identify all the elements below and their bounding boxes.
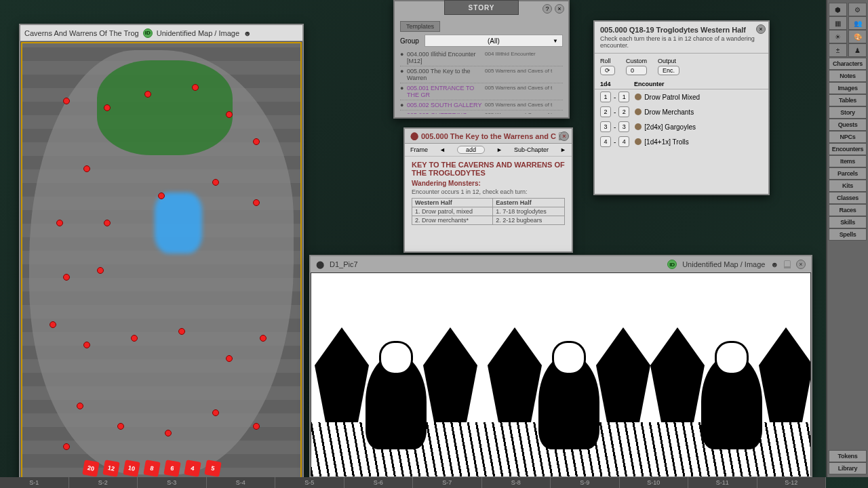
link-icon[interactable]: ⬤ xyxy=(410,131,418,140)
lock-icon[interactable] xyxy=(784,260,791,268)
map-pin[interactable] xyxy=(212,409,219,416)
story-title-tab[interactable]: STORY xyxy=(444,0,519,15)
map-title-right: Unidentified Map / Image xyxy=(157,29,239,37)
story-list-row[interactable]: ●005.000 The Key to the Warren005 Warren… xyxy=(400,66,563,83)
die-d4[interactable]: 4 xyxy=(184,460,201,476)
map-pin[interactable] xyxy=(63,98,70,104)
palette-icon[interactable]: 🎨 xyxy=(848,30,867,43)
map-pin[interactable] xyxy=(50,321,56,328)
sidebar-tab-spells[interactable]: Spells xyxy=(829,228,867,241)
map-title-bar[interactable]: Caverns And Warrens Of The Trog ID Unide… xyxy=(20,25,302,41)
add-button[interactable]: add xyxy=(457,146,485,154)
story-list-row[interactable]: ●005.002 SOUTH GALLERY005 Warrens and Ca… xyxy=(400,100,563,110)
die-d12[interactable]: 12 xyxy=(102,460,119,476)
close-icon[interactable]: × xyxy=(555,4,564,14)
sidebar-tab-items[interactable]: Items xyxy=(829,155,867,167)
story-list-row[interactable]: ●004.000 Illithid Encounter [M12]004 Ill… xyxy=(400,49,563,66)
map-pin[interactable] xyxy=(192,84,199,91)
sidebar-tab-skills[interactable]: Skills xyxy=(829,216,867,228)
close-icon[interactable]: × xyxy=(756,24,766,34)
id-badge-icon[interactable]: ID xyxy=(143,28,153,38)
map-pin[interactable] xyxy=(83,165,90,172)
sidebar-tab-races[interactable]: Races xyxy=(829,204,867,216)
sidebar-tab-classes[interactable]: Classes xyxy=(829,192,867,204)
map-pin[interactable] xyxy=(104,220,111,226)
story-list-row[interactable]: ●005.003 GLITTERING CAVE005 Warrens and … xyxy=(400,110,563,114)
image-canvas[interactable] xyxy=(311,273,810,476)
gear-icon[interactable]: ⚙ xyxy=(848,3,867,16)
encounter-link-icon[interactable] xyxy=(635,94,642,100)
map-pin[interactable] xyxy=(117,423,124,430)
die-d10[interactable]: 10 xyxy=(123,460,140,476)
map-pin[interactable] xyxy=(165,430,172,436)
sidebar-tab-kits[interactable]: Kits xyxy=(829,180,867,192)
map-canvas[interactable]: 2012108645 xyxy=(21,42,302,483)
next-frame-icon[interactable]: ► xyxy=(496,146,502,153)
roll-button[interactable]: ⟳ xyxy=(600,66,615,75)
map-pin[interactable] xyxy=(253,138,260,145)
encounter-link-icon[interactable] xyxy=(635,138,642,145)
map-pin[interactable] xyxy=(63,443,70,450)
map-pin[interactable] xyxy=(97,267,104,274)
map-pin[interactable] xyxy=(131,335,138,342)
cal-icon[interactable]: ▦ xyxy=(829,16,847,30)
die-d5[interactable]: 5 xyxy=(204,460,221,476)
sidebar-tab-characters[interactable]: Characters xyxy=(829,58,867,70)
sidebar-tab-npcs[interactable]: NPCs xyxy=(829,131,867,143)
map-pin[interactable] xyxy=(260,335,267,342)
help-icon[interactable]: ? xyxy=(542,4,552,14)
sun-icon[interactable]: ☀ xyxy=(829,30,847,43)
image-title-bar[interactable]: ⬤ D1_Pic7 ID Unidentified Map / Image ☻ … xyxy=(311,256,811,272)
map-pin[interactable] xyxy=(253,423,260,430)
sidebar-tab-story[interactable]: Story xyxy=(829,106,867,119)
mask-icon[interactable]: ☻ xyxy=(770,260,778,268)
custom-value[interactable]: 0 xyxy=(626,66,647,75)
sidebar-tab-tables[interactable]: Tables xyxy=(829,94,867,106)
pawn-icon[interactable]: ♟ xyxy=(848,43,867,57)
group-select[interactable]: (All) xyxy=(425,35,563,47)
map-pin[interactable] xyxy=(77,403,83,409)
encounter-link-icon[interactable] xyxy=(635,123,642,130)
d20-icon[interactable]: ⬢ xyxy=(829,3,847,16)
key-title-bar[interactable]: ⬤ 005.000 The Key to the Warrens and C × xyxy=(405,129,572,144)
sidebar-tab-images[interactable]: Images xyxy=(829,82,867,94)
sidebar-tab-library[interactable]: Library xyxy=(829,462,867,474)
ruler-segment: S-10 xyxy=(620,477,689,488)
id-badge-icon[interactable]: ID xyxy=(667,260,677,269)
map-pin[interactable] xyxy=(144,91,151,98)
close-icon[interactable]: × xyxy=(559,131,569,141)
templates-button[interactable]: Templates xyxy=(400,21,440,32)
map-pin[interactable] xyxy=(253,199,260,206)
encounter-row[interactable]: 4-4[1d4+1x] Trolls xyxy=(595,134,768,149)
map-pin[interactable] xyxy=(63,274,70,281)
map-pin[interactable] xyxy=(56,220,63,226)
close-icon[interactable]: × xyxy=(796,260,806,269)
sidebar-tab-parcels[interactable]: Parcels xyxy=(829,167,867,180)
map-pin[interactable] xyxy=(226,111,233,118)
encounter-link-icon[interactable] xyxy=(635,108,642,115)
die-d6[interactable]: 6 xyxy=(163,460,180,476)
output-button[interactable]: Enc. xyxy=(658,66,679,75)
sidebar-tab-notes[interactable]: Notes xyxy=(829,70,867,82)
story-list-row[interactable]: ●005.001 ENTRANCE TO THE GR005 Warrens a… xyxy=(400,83,563,100)
map-pin[interactable] xyxy=(178,328,185,335)
plusminus-icon[interactable]: ± xyxy=(829,43,847,57)
sidebar-tab-encounters[interactable]: Encounters xyxy=(829,143,867,155)
encounter-row[interactable]: 3-3[2d4x] Gargoyles xyxy=(595,119,768,134)
map-pin[interactable] xyxy=(104,104,111,111)
prev-frame-icon[interactable]: ◄ xyxy=(439,146,446,153)
link-icon[interactable]: ⬤ xyxy=(316,260,324,269)
map-pin[interactable] xyxy=(226,355,233,362)
sidebar-tab-tokens[interactable]: Tokens xyxy=(829,450,867,462)
map-pin[interactable] xyxy=(83,342,90,348)
encounter-row[interactable]: 1-1Drow Patrol Mixed xyxy=(595,89,768,104)
die-d8[interactable]: 8 xyxy=(143,460,160,476)
people-icon[interactable]: 👥 xyxy=(848,16,867,30)
sidebar-tab-quests[interactable]: Quests xyxy=(829,119,867,131)
mask-icon[interactable]: ☻ xyxy=(243,29,252,37)
map-pin[interactable] xyxy=(158,192,165,199)
map-pin[interactable] xyxy=(212,179,219,186)
die-d20[interactable]: 20 xyxy=(82,460,99,476)
next-subchapter-icon[interactable]: ► xyxy=(560,146,566,153)
encounter-row[interactable]: 2-2Drow Merchants xyxy=(595,104,768,119)
